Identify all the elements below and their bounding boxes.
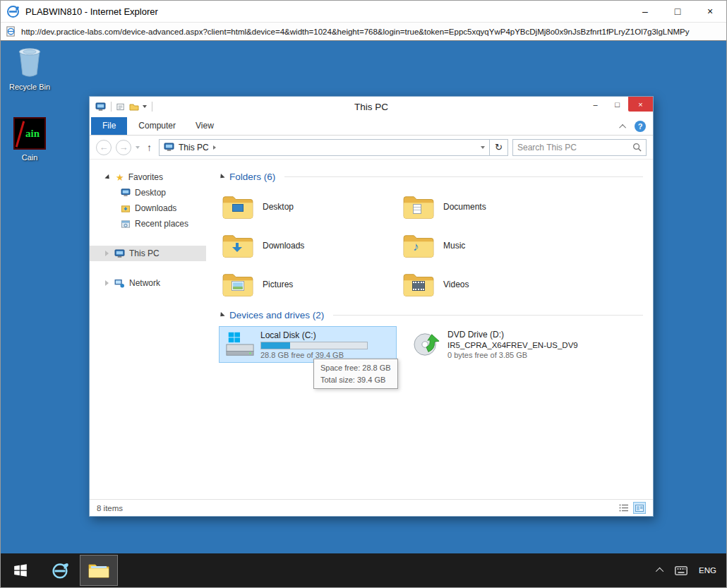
help-icon[interactable] [635,121,646,132]
windows-logo-icon [13,563,28,578]
browser-maximize-button[interactable]: □ [661,1,694,22]
navigation-pane: ★ Favorites Desktop [90,160,206,499]
ribbon-expand-icon[interactable] [619,124,626,131]
sidebar-item-downloads[interactable]: Downloads [90,200,206,216]
internet-explorer-icon [49,560,71,581]
sidebar-item-desktop[interactable]: Desktop [90,185,206,200]
group-divider [333,315,643,316]
sidebar-item-network[interactable]: Network [90,275,206,291]
recent-locations-icon[interactable] [136,146,140,149]
folder-label: Desktop [263,202,294,212]
videos-folder-icon [402,271,435,298]
dvd-drive-icon [412,331,442,358]
downloads-icon [121,204,131,213]
desktop-icon-label: Cain [22,153,38,162]
explorer-minimize-button[interactable]: – [584,97,606,112]
favorites-icon: ★ [116,173,124,182]
search-input[interactable] [513,143,632,152]
downloads-folder-icon [222,232,254,259]
drive-free-space: 28.8 GB free of 39.4 GB [260,351,368,359]
breadcrumb[interactable]: This PC [179,143,209,152]
folder-item-pictures[interactable]: Pictures [219,265,399,304]
sidebar-label: Recent places [135,219,188,229]
folders-grid: Desktop Documents [219,187,643,304]
disk-usage-fill [261,342,290,349]
properties-icon[interactable] [116,102,126,111]
folder-item-music[interactable]: Music [399,226,580,265]
group-collapse-icon[interactable] [218,173,224,179]
tab-file[interactable]: File [91,117,127,135]
explorer-close-button[interactable]: × [628,97,653,112]
ribbon-tabs: File Computer View [90,116,653,136]
navigation-bar: ← → ↑ This PC ↻ [90,136,653,160]
pictures-folder-icon [222,271,254,298]
large-icons-view-button[interactable] [633,502,646,514]
tooltip-total-size: Total size: 39.4 GB [320,374,391,386]
back-button[interactable]: ← [96,140,112,155]
drive-name: Local Disk (C:) [260,330,368,340]
cain-icon-text: ain [25,128,40,140]
taskbar-internet-explorer[interactable] [40,553,80,587]
explorer-titlebar[interactable]: This PC – □ × [90,97,653,116]
sidebar-item-favorites[interactable]: ★ Favorites [90,169,206,185]
show-hidden-icons-icon[interactable] [656,568,663,575]
expander-icon[interactable] [105,251,109,256]
url-bar[interactable]: http://dev.practice-labs.com/device-adva… [1,22,726,41]
folder-label: Videos [443,280,469,289]
desktop-icon-label: Recycle Bin [9,83,50,91]
toolbar-divider [152,102,152,112]
folder-item-documents[interactable]: Documents [399,187,580,226]
browser-minimize-button[interactable]: – [629,1,661,22]
start-button[interactable] [1,553,40,587]
explorer-window-title: This PC [90,102,653,112]
cain-sword-graphic [16,121,25,147]
refresh-button[interactable]: ↻ [490,139,508,156]
tab-view[interactable]: View [186,117,224,135]
folder-label: Downloads [263,241,304,251]
system-tray: ENG [658,553,726,587]
folder-label: Music [443,241,465,251]
group-header-devices[interactable]: Devices and drives (2) [219,308,643,322]
up-button[interactable]: ↑ [144,142,155,153]
customize-toolbar-icon[interactable] [143,105,147,108]
folder-item-videos[interactable]: Videos [399,265,580,304]
address-bar[interactable]: This PC [159,139,490,156]
desktop-icon-cain[interactable]: ain Cain [2,117,57,162]
browser-close-button[interactable]: × [694,1,726,22]
forward-button[interactable]: → [116,140,131,155]
input-indicator-icon[interactable] [675,566,687,575]
taskbar: ENG [1,553,726,587]
folder-label: Documents [443,202,486,212]
drive-volume-label: IR5_CPRA_X64FREV_EN-US_DV9 [447,341,578,349]
recent-places-icon [121,220,131,229]
tab-computer[interactable]: Computer [128,117,186,135]
expander-icon[interactable] [105,280,109,286]
hard-drive-icon [225,331,255,358]
sidebar-item-this-pc[interactable]: This PC [90,246,206,261]
cain-icon: ain [13,117,46,150]
explorer-window: This PC – □ × File Computer View ← [89,96,654,517]
expander-icon[interactable] [104,174,111,180]
language-indicator[interactable]: ENG [699,566,716,575]
browser-title: PLABWIN810 - Internet Explorer [25,6,158,17]
group-collapse-icon[interactable] [218,311,224,318]
sidebar-label: Favorites [128,172,163,182]
file-list-pane: Folders (6) Deskto [206,160,653,499]
search-icon[interactable] [632,143,642,152]
this-pc-icon [95,102,106,112]
breadcrumb-chevron-icon[interactable] [213,145,216,150]
drive-local-disk-c[interactable]: Local Disk (C:) 28.8 GB free of 39.4 GB [219,326,397,363]
new-folder-icon[interactable] [129,102,139,111]
explorer-maximize-button[interactable]: □ [606,97,628,112]
drive-dvd-d[interactable]: DVD Drive (D:) IR5_CPRA_X64FREV_EN-US_DV… [407,326,584,363]
details-view-button[interactable] [617,502,630,514]
folder-item-downloads[interactable]: Downloads [219,226,399,265]
drives-grid: Local Disk (C:) 28.8 GB free of 39.4 GB [219,326,643,363]
sidebar-item-recent-places[interactable]: Recent places [90,216,206,232]
folder-item-desktop[interactable]: Desktop [219,187,399,226]
recycle-bin-icon [14,45,45,79]
desktop-icon-recycle-bin[interactable]: Recycle Bin [2,45,57,91]
address-dropdown-icon[interactable] [481,146,485,149]
taskbar-file-explorer[interactable] [80,555,118,586]
group-header-folders[interactable]: Folders (6) [219,169,643,184]
